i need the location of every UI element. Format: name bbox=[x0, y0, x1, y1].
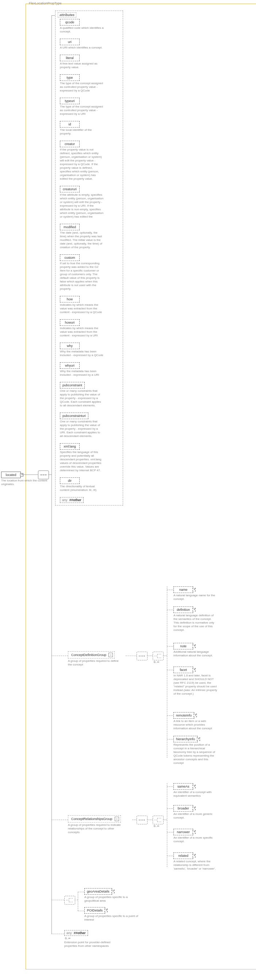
attr-any-other: any ##other bbox=[60, 497, 84, 503]
attributes-header: attributes bbox=[58, 13, 76, 18]
cdg-child-name: nameA natural language name for the conc… bbox=[173, 586, 217, 601]
type-frame: FlexLocationPropType located The locatio… bbox=[26, 4, 256, 969]
choice-crg bbox=[153, 816, 163, 824]
attribute-box[interactable]: literal bbox=[60, 55, 80, 61]
group-label: ConceptRelationshipsGroup bbox=[71, 817, 112, 821]
crg-child-broader: broaderAn identifier of a more generic c… bbox=[173, 805, 217, 819]
svg-point-6 bbox=[142, 655, 142, 656]
attribute-desc: A qualified code which identifies a conc… bbox=[60, 26, 104, 33]
sequence-cdg bbox=[137, 652, 147, 660]
group-desc: A group of properties required to indica… bbox=[68, 823, 123, 834]
attr-how: howIndicates by which means the value wa… bbox=[60, 296, 120, 314]
attr-dir: dirThe directionality of textual content… bbox=[60, 477, 120, 492]
element-geoareadetails[interactable]: geoAreaDetails bbox=[84, 888, 112, 895]
element-note[interactable]: note bbox=[173, 643, 193, 649]
attribute-desc: If the attribute is empty, specifies whi… bbox=[60, 193, 104, 219]
element-desc: The location from which the content orig… bbox=[1, 479, 56, 486]
occurs-ext: 0..∞ bbox=[65, 937, 119, 940]
attribute-desc: The date (and, optionally, the time) whe… bbox=[60, 231, 104, 249]
attribute-desc: Why the metadata has been included - exp… bbox=[60, 350, 104, 357]
attribute-box[interactable]: why bbox=[60, 342, 80, 349]
element-desc: An identifier of a concept with equivale… bbox=[173, 791, 217, 798]
element-poidetails[interactable]: POIDetails bbox=[84, 907, 105, 914]
attribute-box[interactable]: how bbox=[60, 296, 80, 302]
attr-xml-lang: xml:langSpecifies the language of this p… bbox=[60, 443, 120, 473]
element-sameas[interactable]: sameAs bbox=[173, 783, 193, 790]
attribute-box[interactable]: modified bbox=[60, 224, 80, 230]
element-desc: A group of properties specific to a poin… bbox=[84, 915, 139, 922]
cdg-child-note: noteAdditional natural language informat… bbox=[173, 643, 217, 657]
attribute-desc: Indicates by which means the value was e… bbox=[60, 303, 104, 314]
attribute-box[interactable]: creator bbox=[60, 141, 80, 147]
element-label: located bbox=[5, 473, 16, 477]
element-broader[interactable]: broader bbox=[173, 805, 193, 811]
crg-child-related: relatedA related concept, where the rela… bbox=[173, 853, 217, 871]
occurs-crg: 0..∞ bbox=[154, 824, 159, 828]
element-desc: A related concept, where the relationshi… bbox=[173, 860, 217, 871]
attribute-box[interactable]: type bbox=[60, 74, 80, 81]
element-related[interactable]: related bbox=[173, 853, 193, 859]
svg-point-5 bbox=[139, 655, 140, 656]
attribute-box[interactable]: howuri bbox=[60, 319, 80, 326]
attribute-box[interactable]: creatoruri bbox=[60, 186, 80, 192]
element-facet[interactable]: facet bbox=[173, 667, 193, 673]
expand-icon[interactable]: − bbox=[109, 653, 113, 657]
element-desc: Additional natural language information … bbox=[173, 650, 217, 657]
attribute-desc: The type of the concept assigned as cont… bbox=[60, 82, 104, 92]
attribute-desc: A URI which identifies a concept. bbox=[60, 46, 104, 49]
attribute-box[interactable]: typeuri bbox=[60, 98, 80, 104]
attr-why: whyWhy the metadata has been included - … bbox=[60, 342, 120, 357]
element-name[interactable]: name bbox=[173, 586, 193, 593]
element-desc: An identifier of a more specific concept… bbox=[173, 836, 217, 843]
attribute-box[interactable]: xml:lang bbox=[60, 443, 80, 450]
ext-any-wrap: any ##other 0..∞ Extension point for pro… bbox=[64, 930, 119, 948]
attr-custom: customIf set to true the corresponding p… bbox=[60, 255, 120, 291]
attribute-box[interactable]: custom bbox=[60, 255, 80, 261]
element-desc: A link to an item or a web resource whic… bbox=[173, 719, 217, 730]
ext-desc: Extension point for provider-defined pro… bbox=[64, 941, 119, 948]
attribute-box[interactable]: pubconstraint bbox=[60, 382, 85, 388]
attr-howuri: howuriIndicates by which means the value… bbox=[60, 319, 120, 337]
attr-id: idThe local identifier of the property. bbox=[60, 121, 120, 135]
attr-pubconstraint: pubconstraintOne or many constraints tha… bbox=[60, 382, 120, 407]
expand-icon[interactable]: − bbox=[115, 817, 119, 821]
attribute-box[interactable]: whyuri bbox=[60, 362, 80, 369]
attribute-desc: The directionality of textual content (e… bbox=[60, 485, 104, 492]
attr-type: typeThe type of the concept assigned as … bbox=[60, 74, 120, 92]
attr-creatoruri: creatoruriIf the attribute is empty, spe… bbox=[60, 186, 120, 219]
cdg-child-definition: definitionA natural language definition … bbox=[173, 606, 217, 632]
attr-whyuri: whyuriWhy the metadata has been included… bbox=[60, 362, 120, 377]
element-remoteinfo[interactable]: remoteInfo bbox=[173, 712, 194, 719]
attribute-desc: If set to true the corresponding propert… bbox=[60, 262, 104, 291]
group-conceptdefinition[interactable]: ConceptDefinitionGroup − bbox=[68, 651, 115, 659]
attribute-box[interactable]: uri bbox=[60, 39, 80, 45]
attribute-desc: Why the metadata has been included - exp… bbox=[60, 369, 104, 377]
svg-point-7 bbox=[144, 655, 145, 656]
svg-point-11 bbox=[144, 819, 145, 820]
type-name: FlexLocationPropType bbox=[29, 2, 62, 5]
attribute-box[interactable]: qcode bbox=[60, 19, 80, 25]
attribute-desc: A free-text value assigned as property v… bbox=[60, 62, 104, 69]
attribute-box[interactable]: dir bbox=[60, 477, 80, 484]
attribute-desc: One or many constraints that apply to pu… bbox=[60, 420, 104, 438]
attribute-desc: The local identifier of the property. bbox=[60, 128, 104, 135]
element-narrower[interactable]: narrower bbox=[173, 829, 193, 835]
group-crg-wrap: ConceptRelationshipsGroup − A group of p… bbox=[68, 815, 123, 834]
element-definition[interactable]: definition bbox=[173, 606, 193, 613]
crg-child-narrower: narrowerAn identifier of a more specific… bbox=[173, 829, 217, 843]
attr-creator: creatorIf the property value is not defi… bbox=[60, 141, 120, 181]
cdg-child-hierarchyinfo: hierarchyInfoRepresents the position of … bbox=[173, 736, 217, 765]
svg-point-10 bbox=[142, 819, 142, 820]
attr-pubconstrainturi: pubconstrainturiOne or many constraints … bbox=[60, 412, 120, 438]
element-hierarchyinfo[interactable]: hierarchyInfo bbox=[173, 736, 198, 742]
attribute-box[interactable]: pubconstrainturi bbox=[60, 412, 88, 419]
crg-child-sameas: sameAsAn identifier of a concept with eq… bbox=[173, 783, 217, 798]
group-conceptrelationships[interactable]: ConceptRelationshipsGroup − bbox=[68, 815, 121, 822]
attributes-container: attributes qcodeA qualified code which i… bbox=[55, 11, 123, 506]
sequence-crg bbox=[137, 816, 147, 824]
group-label: ConceptDefinitionGroup bbox=[71, 653, 106, 657]
attr-typeuri: typeuriThe type of the concept assigned … bbox=[60, 98, 120, 116]
attribute-box[interactable]: id bbox=[60, 121, 80, 127]
element-located[interactable]: located bbox=[1, 472, 21, 478]
attr-literal: literalA free-text value assigned as pro… bbox=[60, 55, 120, 69]
